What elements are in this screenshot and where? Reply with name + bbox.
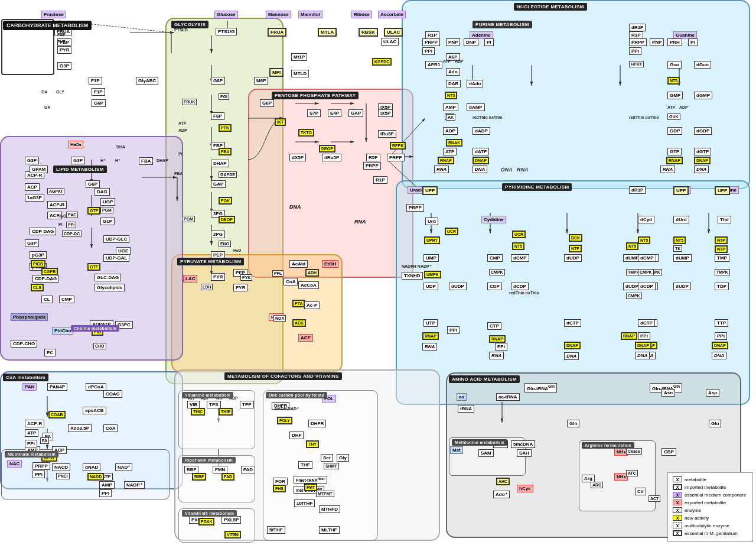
1ag3p: 1aG3P (25, 194, 44, 202)
upp-right: UPP (673, 186, 689, 195)
cmp-lip: CMP (59, 296, 74, 303)
pyrimidine-region (396, 180, 750, 405)
legend-new-box: X (673, 515, 682, 521)
nadp-nic: NADP⁺ (124, 481, 145, 489)
dna-pyr-r2: DNA (635, 352, 650, 359)
dna-pur-left: DNA (472, 166, 487, 173)
legend-new: X new activity (673, 515, 748, 521)
mt1p: Mt1P (291, 53, 307, 61)
cdp-pyr: CDP (487, 283, 502, 290)
coa-label: CoA metabolism (3, 374, 48, 381)
atc-enz: ATC (626, 470, 638, 476)
nadph-pyr: NADPH NADP⁺ (402, 264, 432, 269)
deop-enz: DEOP (219, 216, 235, 223)
nt5-pyr-r3: NTP (715, 236, 728, 244)
coab-enz: COAB (48, 411, 66, 419)
glu-aa: Glu (709, 420, 721, 427)
glucose-metabolite: Glucose (214, 11, 238, 18)
nad-oc: NAD⁺ (288, 407, 299, 411)
damp-pur: dAMP (467, 103, 485, 111)
duridp-pyr2: dUDP (564, 254, 582, 262)
pta-enz: PTA (292, 300, 305, 307)
ppi-pyr2: PPi (495, 343, 507, 351)
fba-conn: FBA (139, 157, 153, 165)
adp-pur1: ADP (455, 59, 464, 63)
ppi-pyr-r1: PPi (638, 332, 650, 340)
dgtp-pur2: dGTP (694, 148, 711, 155)
rnap-pyr2: RNAP (489, 335, 506, 343)
dnap-pyr-r2: DNAP (635, 342, 651, 349)
g6p-gly: G6P (211, 77, 225, 85)
ado-met2: Ado⁺ (493, 491, 510, 498)
atp-pur1: ATP (443, 59, 451, 63)
udp-pyr: UDP (423, 283, 438, 290)
legend-enzyme-box: X (673, 507, 682, 513)
dnap-enz2: DNAP (694, 157, 711, 164)
legend-new-label: new activity (685, 515, 709, 521)
ppi-coa: PPi (25, 440, 37, 447)
ptsg-enz-label: PTSI/G (174, 28, 188, 32)
pfk-enz: PFK (219, 124, 232, 132)
pan-metabolite: PAN (22, 383, 37, 391)
legend-multi-label: multicatalytic enzyme (685, 523, 729, 528)
mlthf-oc: MLTHF (319, 526, 340, 534)
vitb6-label: Vitamin B6 metabolism (182, 510, 237, 517)
dnad-nic: dNAD (83, 463, 100, 471)
prpp: PRPP (387, 154, 405, 161)
r1p-pur: R1P (425, 31, 439, 39)
fa-enz: FA (40, 437, 49, 444)
pxl5p-vitb6: PXL5P (221, 516, 241, 524)
f6p: F6P (211, 112, 224, 120)
legend-metabolite-box: X (673, 476, 682, 482)
pi-pur2: Pi (688, 38, 698, 46)
fad-ribo: FAD (241, 466, 255, 473)
legend: X metabolite X imported metabolite X ess… (667, 472, 753, 542)
g6p-pp: G6P (260, 99, 274, 107)
dhf-oc: DHF (289, 432, 304, 439)
g6p-lip: G6P (86, 180, 100, 188)
legend-essential-box: X (673, 492, 682, 498)
gtp-pur2: GTP (667, 148, 682, 155)
ppi-pur2: PPi (629, 47, 641, 55)
dado-pur: dAdo (467, 80, 483, 87)
fmettrnafmt-oc: Fmet-tRNAfMet (294, 476, 327, 484)
mtla: MTLA (318, 28, 337, 37)
ppi-pyr-r2: PPi (715, 332, 727, 340)
ulac: ULAC (384, 28, 403, 37)
dna-pur-right: DNA (694, 166, 709, 173)
cdpdc-enz: CDP-DC (62, 231, 82, 237)
ribose-metabolite: Ribose (351, 11, 372, 18)
pdxk-enz: PDXK (198, 518, 214, 525)
pi-label-fba: Pi (178, 152, 183, 156)
aatrna-aa: aa-tRNA (496, 393, 520, 401)
ntp-pyr: NTP (569, 245, 582, 252)
legend-enzyme-label: enzyme (685, 508, 701, 513)
dnap-pyr-r3: DNAP (712, 342, 728, 349)
cmp-pyr: CMP (487, 254, 503, 262)
arc-enz: ARC (591, 482, 603, 488)
rnap-enz2: RNAP (666, 157, 683, 164)
atp-gmp: ATP (667, 105, 675, 109)
hprt-enz: HPRT (629, 61, 644, 67)
r1p-pur2: R1P (629, 31, 643, 39)
ribf-enz: RIBF (192, 473, 206, 481)
fructose-metabolite: Fructose (41, 11, 66, 18)
apocb-coa: apoACB (83, 407, 106, 414)
10fthf-oc: 10fTHF (294, 499, 315, 507)
mthfd-oc: MTHFD (319, 505, 340, 513)
nad-nic: NAD⁺ (115, 463, 132, 471)
ucr-enz2: UCR (512, 231, 526, 238)
glntrna-aa: Glu-tRNAGln (524, 383, 557, 392)
dr1p-pyr: dR1P (629, 186, 646, 194)
accoa: AcCoA (298, 281, 319, 289)
dcdp-pyr: dCDP (511, 283, 529, 290)
legend-imported: X imported metabolite (673, 484, 748, 490)
cbp-arg: CBP (662, 448, 676, 456)
acp-pyr: Ac-P (304, 301, 320, 309)
gtf1-enz: GTF (87, 207, 100, 215)
prpp-pur: PRPP (422, 38, 440, 46)
gmp-pur2: GMP (667, 92, 683, 99)
thiamine-label: Thiamine metabolism (182, 392, 233, 398)
thic-enz: THIC (191, 408, 205, 416)
ascorbate-metabolite: Ascorbate (378, 11, 406, 18)
